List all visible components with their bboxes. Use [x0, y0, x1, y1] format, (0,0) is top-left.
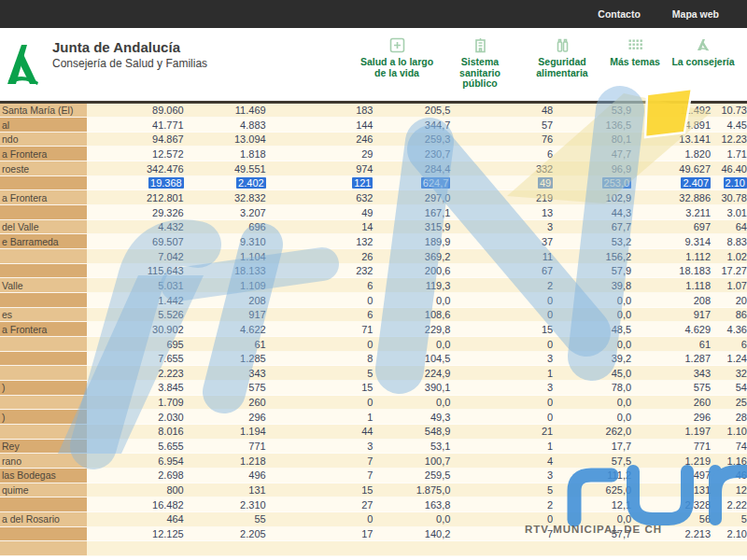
value-cell[interactable]: 53,1	[378, 440, 456, 455]
value-cell[interactable]: 25	[716, 396, 747, 411]
table-row[interactable]: del Valle4.43269614315,9367,769764	[0, 220, 747, 235]
table-row[interactable]: )3.84557515390,1378,057554	[0, 381, 747, 396]
table-row[interactable]: a Frontera212.80132.832632297,0219102,93…	[0, 190, 747, 205]
value-cell[interactable]: 632	[272, 190, 379, 205]
value-cell[interactable]: 18.183	[637, 264, 716, 279]
value-cell[interactable]	[190, 541, 272, 556]
value-cell[interactable]: 0	[456, 308, 558, 323]
value-cell[interactable]: 67,7	[558, 220, 637, 235]
value-cell[interactable]: 232	[272, 264, 379, 279]
value-cell[interactable]: 32	[716, 366, 747, 381]
value-cell[interactable]: 9.314	[637, 234, 716, 249]
value-cell[interactable]: 5	[456, 483, 558, 498]
value-cell[interactable]: 17.27	[716, 264, 747, 279]
value-cell[interactable]: 342.476	[87, 161, 190, 176]
value-cell[interactable]: 230,7	[378, 147, 456, 161]
value-cell[interactable]: 5	[716, 512, 747, 527]
nav-item-s[interactable]: S	[740, 37, 747, 68]
value-cell[interactable]: 5.031	[87, 278, 190, 293]
value-cell[interactable]: 48	[456, 104, 558, 119]
value-cell[interactable]: 974	[272, 161, 379, 176]
value-cell[interactable]: 1.104	[190, 249, 272, 264]
value-cell[interactable]	[456, 541, 558, 556]
value-cell[interactable]: 56	[637, 512, 716, 527]
table-row[interactable]: las Bodegas2.6984967259,53111,249746	[0, 469, 747, 483]
value-cell[interactable]: 208	[190, 293, 272, 308]
value-cell[interactable]: 0	[456, 293, 558, 308]
value-cell[interactable]: 47,7	[558, 147, 637, 161]
value-cell[interactable]: 696	[190, 220, 272, 235]
value-cell[interactable]: 1.16	[716, 454, 747, 469]
value-cell[interactable]: 297,0	[378, 190, 456, 205]
value-cell[interactable]: 7.655	[87, 352, 190, 367]
value-cell[interactable]: 1.112	[637, 249, 716, 264]
value-cell[interactable]: 497	[637, 469, 716, 483]
value-cell[interactable]: 548,9	[378, 425, 456, 440]
value-cell[interactable]: 64	[716, 220, 747, 235]
value-cell[interactable]: 156,2	[558, 249, 637, 264]
value-cell[interactable]: 253,0	[558, 176, 637, 191]
value-cell[interactable]: 167,1	[378, 205, 456, 220]
value-cell[interactable]: 131	[190, 483, 272, 498]
value-cell[interactable]	[272, 541, 379, 556]
value-cell[interactable]: 1.219	[637, 454, 716, 469]
value-cell[interactable]: 49	[272, 205, 379, 220]
value-cell[interactable]: 0	[456, 337, 558, 352]
value-cell[interactable]: 369,2	[378, 249, 456, 264]
value-cell[interactable]: 3.211	[637, 205, 716, 220]
table-row[interactable]: Rey5.655771353,1117,777174	[0, 440, 747, 455]
value-cell[interactable]: 29.326	[87, 205, 190, 220]
value-cell[interactable]: 12.125	[87, 527, 190, 542]
value-cell[interactable]: 343	[190, 366, 272, 381]
table-row[interactable]: 1.70926000,000,026025	[0, 396, 747, 411]
value-cell[interactable]: 284,4	[378, 161, 456, 176]
value-cell[interactable]: 0,0	[558, 337, 637, 352]
value-cell[interactable]: 771	[637, 440, 716, 455]
value-cell[interactable]: 54	[716, 381, 747, 396]
table-row[interactable]: rano6.9541.2187100,7457,51.2191.16	[0, 454, 747, 469]
nav-item-m-s-temas[interactable]: Más temas	[603, 37, 667, 68]
table-row[interactable]: Santa María (El)89.06011.469183205,54853…	[0, 104, 747, 119]
value-cell[interactable]: 1.02	[716, 249, 747, 264]
table-row[interactable]: )2.030296149,300,029628	[0, 410, 747, 425]
value-cell[interactable]: 296	[190, 410, 272, 425]
value-cell[interactable]: 140,2	[378, 527, 456, 542]
value-cell[interactable]: 464	[87, 512, 190, 527]
value-cell[interactable]: 0,0	[378, 293, 456, 308]
value-cell[interactable]: 11.469	[190, 104, 272, 119]
value-cell[interactable]: 2.328	[637, 497, 716, 512]
value-cell[interactable]: 28	[716, 410, 747, 425]
value-cell[interactable]: 343	[637, 366, 716, 381]
value-cell[interactable]: 86	[716, 308, 747, 323]
table-row[interactable]: 12.1252.20517140,2757,72.2132.10	[0, 527, 747, 542]
value-cell[interactable]: 1.71	[716, 147, 747, 161]
value-cell[interactable]: 212.801	[87, 190, 190, 205]
table-row[interactable]: 115.64318.133232200,66757,918.18317.27	[0, 264, 747, 279]
value-cell[interactable]: 2.698	[87, 469, 190, 483]
value-cell[interactable]: 12,1	[558, 497, 637, 512]
value-cell[interactable]: 9.310	[190, 234, 272, 249]
value-cell[interactable]: 41.771	[87, 118, 190, 133]
value-cell[interactable]: 4.432	[87, 220, 190, 235]
mapa-web-link[interactable]: Mapa web	[672, 8, 719, 20]
value-cell[interactable]: 53,9	[558, 104, 637, 119]
value-cell[interactable]	[378, 541, 456, 556]
value-cell[interactable]: 8	[272, 352, 379, 367]
table-row[interactable]: 29.3263.20749167,11344,33.2113.01	[0, 205, 747, 220]
value-cell[interactable]: 2.030	[87, 410, 190, 425]
value-cell[interactable]: 121	[272, 176, 379, 191]
table-row[interactable]	[0, 541, 747, 556]
value-cell[interactable]: 229,8	[378, 322, 456, 337]
value-cell[interactable]: 259,3	[378, 133, 456, 147]
table-row[interactable]: quime800131151.875,05625,013112	[0, 483, 747, 498]
value-cell[interactable]: 7	[272, 454, 379, 469]
table-row[interactable]: 7.0421.10426369,211156,21.1121.02	[0, 249, 747, 264]
table-row[interactable]: a del Rosario4645500,000,0565	[0, 512, 747, 527]
value-cell[interactable]: 144	[272, 118, 379, 133]
value-cell[interactable]: 1.709	[87, 396, 190, 411]
value-cell[interactable]: 344,7	[378, 118, 456, 133]
value-cell[interactable]: 17,7	[558, 440, 637, 455]
value-cell[interactable]: 69.507	[87, 234, 190, 249]
value-cell[interactable]: 6	[716, 337, 747, 352]
value-cell[interactable]: 219	[456, 190, 558, 205]
